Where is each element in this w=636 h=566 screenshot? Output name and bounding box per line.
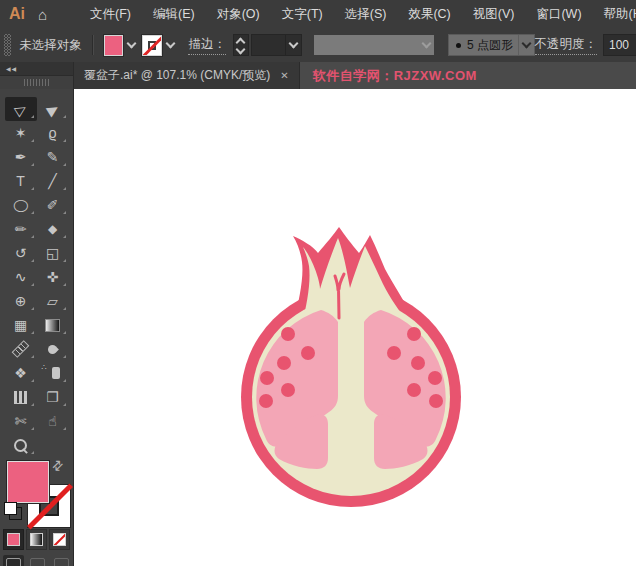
document-tab-title: 覆盆子.ai* @ 107.1% (CMYK/预览) <box>84 67 270 84</box>
fill-color-indicator[interactable] <box>7 461 49 503</box>
width-tool[interactable]: ∿ <box>5 265 37 289</box>
type-tool[interactable]: T <box>5 169 37 193</box>
artwork-pomegranate[interactable] <box>238 226 468 512</box>
draw-normal-button[interactable] <box>3 555 24 566</box>
draw-inside-icon <box>54 558 69 566</box>
swap-fill-stroke-icon[interactable]: ⇄ <box>48 456 66 474</box>
brush-definition-select[interactable]: 5 点圆形 <box>448 34 535 56</box>
fill-color-dropdown[interactable] <box>125 35 138 56</box>
curvature-tool[interactable]: ✎ <box>37 145 69 169</box>
shape-builder-tool[interactable]: ⊕ <box>5 289 37 313</box>
document-tab[interactable]: 覆盆子.ai* @ 107.1% (CMYK/预览) ✕ <box>74 62 300 89</box>
stroke-weight-select[interactable] <box>251 34 303 56</box>
gradient-tool[interactable] <box>37 313 69 337</box>
puppet-warp-tool[interactable]: ✜ <box>37 265 69 289</box>
control-bar: 未选择对象 描边： 5 点圆形 不透明度： <box>0 28 636 63</box>
tools-panel-grip[interactable] <box>0 76 73 89</box>
none-icon <box>53 533 66 546</box>
seed <box>429 394 443 408</box>
perspective-grid-tool[interactable]: ▱ <box>37 289 69 313</box>
lasso-tool[interactable]: ϱ <box>37 121 69 145</box>
menu-edit[interactable]: 编辑(E) <box>142 0 206 28</box>
illustrator-window: Ai ⌂ 文件(F) 编辑(E) 对象(O) 文字(T) 选择(S) 效果(C)… <box>0 0 636 566</box>
default-fill-stroke-button[interactable] <box>3 501 23 521</box>
direct-selection-tool[interactable]: ▶ <box>37 97 69 121</box>
selection-status: 未选择对象 <box>19 37 82 54</box>
none-mode-button[interactable] <box>49 529 70 550</box>
menu-effect[interactable]: 效果(C) <box>397 0 461 28</box>
menu-file[interactable]: 文件(F) <box>79 0 142 28</box>
chevron-down-icon[interactable] <box>285 35 301 55</box>
opacity-input[interactable] <box>603 34 636 56</box>
seed <box>281 327 295 341</box>
selection-tool[interactable]: ▷ <box>5 97 37 121</box>
seed <box>407 383 421 397</box>
seed <box>260 371 274 385</box>
seed <box>277 356 291 370</box>
stroke-label[interactable]: 描边： <box>188 36 226 55</box>
paint-mode-buttons <box>3 529 70 550</box>
gradient-mode-button[interactable] <box>26 529 47 550</box>
seed <box>428 371 442 385</box>
zoom-tool[interactable] <box>5 433 37 457</box>
brush-preview-icon <box>456 43 461 48</box>
seed <box>407 327 421 341</box>
draw-inside-button[interactable] <box>51 555 72 566</box>
menu-type[interactable]: 文字(T) <box>271 0 334 28</box>
paintbrush-tool[interactable]: ✐ <box>37 193 69 217</box>
gradient-icon <box>45 319 60 332</box>
panel-grip-icon[interactable] <box>4 34 11 56</box>
draw-behind-button[interactable] <box>27 555 48 566</box>
ai-logo: Ai <box>9 5 25 23</box>
stroke-color-dropdown[interactable] <box>164 35 177 56</box>
magic-wand-tool[interactable]: ✶ <box>5 121 37 145</box>
magnifier-icon <box>14 439 27 452</box>
stroke-weight-stepper[interactable] <box>233 34 249 56</box>
measure-tool[interactable] <box>5 337 37 361</box>
color-mode-button[interactable] <box>3 529 24 550</box>
line-segment-tool[interactable]: ╱ <box>37 169 69 193</box>
ellipse-tool[interactable]: ◯ <box>5 193 37 217</box>
stepper-down-icon[interactable] <box>236 45 246 55</box>
seed <box>387 346 401 360</box>
canvas[interactable] <box>74 89 636 566</box>
collapse-panel-button[interactable]: ◀◀ <box>0 62 73 76</box>
slice-tool[interactable]: ✄ <box>5 409 37 433</box>
draw-behind-icon <box>30 558 45 566</box>
draw-normal-icon <box>6 558 21 566</box>
menu-items: 文件(F) 编辑(E) 对象(O) 文字(T) 选择(S) 效果(C) 视图(V… <box>79 0 636 28</box>
menu-help[interactable]: 帮助(H) <box>593 0 636 28</box>
menu-select[interactable]: 选择(S) <box>334 0 398 28</box>
close-tab-icon[interactable]: ✕ <box>280 70 288 81</box>
seed <box>411 356 425 370</box>
ruler-icon <box>12 340 30 358</box>
home-icon[interactable]: ⌂ <box>38 7 47 22</box>
tools-panel: ▷ ▶ ✶ ϱ ✒ ✎ T ╱ ◯ ✐ ✏ ◆ ↺ ◱ ∿ ✜ ⊕ ▱ ▦ ❖ … <box>0 89 74 566</box>
stroke-color-swatch[interactable] <box>142 35 161 56</box>
spray-can-icon <box>52 367 60 379</box>
tab-bar: ◀◀ 覆盆子.ai* @ 107.1% (CMYK/预览) ✕ 软件自学网：RJ… <box>0 62 636 89</box>
menu-object[interactable]: 对象(O) <box>206 0 271 28</box>
menu-window[interactable]: 窗口(W) <box>525 0 592 28</box>
chevron-down-icon[interactable] <box>518 35 534 55</box>
menu-view[interactable]: 视图(V) <box>462 0 526 28</box>
grip-icon <box>24 79 50 86</box>
eyedropper-tool[interactable] <box>37 337 69 361</box>
gradient-icon <box>30 533 43 546</box>
menu-bar: Ai ⌂ 文件(F) 编辑(E) 对象(O) 文字(T) 选择(S) 效果(C)… <box>0 0 636 29</box>
eraser-tool[interactable]: ◆ <box>37 217 69 241</box>
hand-tool[interactable]: ☝ <box>37 409 69 433</box>
blend-tool[interactable]: ❖ <box>5 361 37 385</box>
chevron-down-icon <box>419 35 434 55</box>
column-graph-tool[interactable] <box>5 385 37 409</box>
pencil-tool[interactable]: ✏ <box>5 217 37 241</box>
fill-color-swatch[interactable] <box>104 35 123 56</box>
brush-style-label: 5 点圆形 <box>467 37 513 54</box>
pen-tool[interactable]: ✒ <box>5 145 37 169</box>
scale-tool[interactable]: ◱ <box>37 241 69 265</box>
mesh-tool[interactable]: ▦ <box>5 313 37 337</box>
symbol-sprayer-tool[interactable] <box>37 361 69 385</box>
rotate-tool[interactable]: ↺ <box>5 241 37 265</box>
artboard-tool[interactable]: ❐ <box>37 385 69 409</box>
opacity-label[interactable]: 不透明度： <box>535 36 598 55</box>
